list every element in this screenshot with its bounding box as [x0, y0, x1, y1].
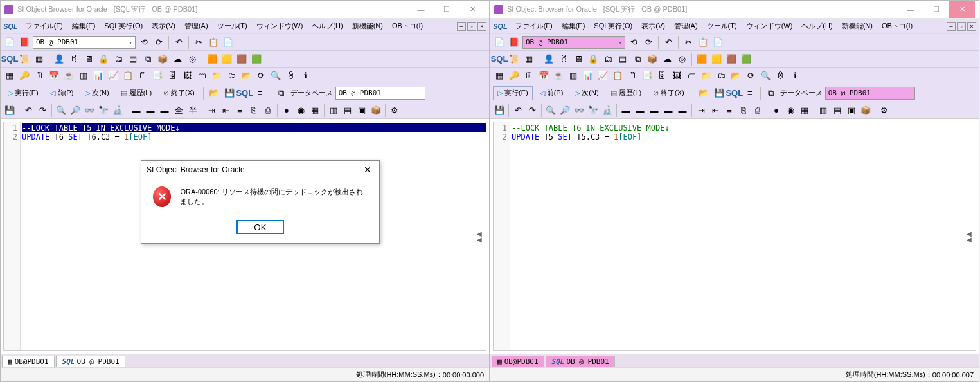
- t3-14[interactable]: 🗃: [685, 69, 698, 82]
- box4-icon[interactable]: 🟩: [740, 53, 753, 66]
- refresh-icon[interactable]: ⟲: [627, 36, 640, 49]
- folder-icon[interactable]: 🗂: [112, 53, 125, 66]
- lock-icon[interactable]: 🔒: [97, 53, 110, 66]
- t3-14[interactable]: 🗃: [195, 69, 208, 82]
- opt3-icon[interactable]: ▣: [845, 104, 858, 117]
- t3-17[interactable]: 📂: [729, 69, 742, 82]
- box1-icon[interactable]: 🟧: [206, 53, 218, 66]
- save2-icon[interactable]: 💾: [493, 104, 506, 117]
- brk-icon[interactable]: ●: [280, 104, 293, 117]
- undo2-icon[interactable]: ↶: [22, 104, 35, 117]
- blk3[interactable]: ▬: [648, 104, 661, 117]
- proc-icon[interactable]: ⧉: [631, 53, 644, 66]
- grid-icon[interactable]: ▦: [522, 53, 535, 66]
- refresh-icon[interactable]: ⟲: [138, 36, 150, 49]
- refresh2-icon[interactable]: ⟳: [152, 36, 165, 49]
- new-connection-icon[interactable]: 📄: [493, 36, 506, 49]
- next-button[interactable]: ▷次(N): [570, 86, 603, 100]
- box1-icon[interactable]: 🟧: [695, 53, 708, 66]
- menu-file[interactable]: ファイル(F): [22, 20, 67, 32]
- t3-6[interactable]: ▥: [77, 69, 90, 82]
- db-field[interactable]: OB @ PDB01: [335, 87, 425, 100]
- t3-15[interactable]: 📁: [210, 69, 223, 82]
- box2-icon[interactable]: 🟨: [710, 53, 723, 66]
- maximize-button[interactable]: ☐: [434, 1, 459, 18]
- t3-12[interactable]: 🗄: [655, 69, 668, 82]
- box4-icon[interactable]: 🟩: [250, 53, 263, 66]
- dialog-close-icon[interactable]: ✕: [361, 165, 374, 175]
- find4-icon[interactable]: 🔭: [587, 104, 600, 117]
- paste-icon[interactable]: 📄: [222, 36, 235, 49]
- blk1[interactable]: ▬: [619, 104, 632, 117]
- new-connection-icon[interactable]: 📄: [3, 36, 16, 49]
- fmt2-icon[interactable]: ⎘: [737, 104, 750, 117]
- t3-20[interactable]: 🛢: [774, 69, 787, 82]
- tree-icon[interactable]: ≡: [744, 87, 756, 100]
- t3-7[interactable]: 📊: [92, 69, 105, 82]
- pkg-icon[interactable]: 📦: [156, 53, 169, 66]
- table-icon[interactable]: ▤: [127, 53, 139, 66]
- disconnect-icon[interactable]: 📕: [18, 36, 31, 49]
- sql2-icon[interactable]: SQL: [238, 87, 251, 100]
- fmt1-icon[interactable]: ≡: [723, 104, 736, 117]
- table-icon[interactable]: ▤: [616, 53, 629, 66]
- blk2[interactable]: ▬: [634, 104, 646, 117]
- blk5[interactable]: 半: [186, 104, 199, 117]
- t3-9[interactable]: 📋: [121, 69, 134, 82]
- opt2-icon[interactable]: ▤: [831, 104, 844, 117]
- menu-edit[interactable]: 編集(E): [558, 20, 589, 32]
- layout-icon[interactable]: ⧉: [765, 87, 778, 100]
- menu-window[interactable]: ウィンドウ(W): [742, 20, 797, 32]
- blk2[interactable]: ▬: [144, 104, 157, 117]
- brk3-icon[interactable]: ▦: [308, 104, 321, 117]
- proc-icon[interactable]: ⧉: [141, 53, 154, 66]
- maximize-button[interactable]: ☐: [923, 1, 949, 18]
- t3-17[interactable]: 📂: [240, 69, 253, 82]
- undo-icon[interactable]: ↶: [662, 36, 675, 49]
- dialog-ok-button[interactable]: OK: [236, 220, 284, 234]
- t3-16[interactable]: 🗂: [225, 69, 238, 82]
- open-icon[interactable]: 📂: [208, 87, 220, 100]
- undo-icon[interactable]: ↶: [172, 36, 185, 49]
- menu-manage[interactable]: 管理(A): [670, 20, 702, 32]
- hist-button[interactable]: ▤履歴(L): [606, 86, 646, 100]
- titlebar[interactable]: SI Object Browser for Oracle - [SQL 実行 -…: [490, 1, 979, 19]
- db-icon[interactable]: 🛢: [557, 53, 570, 66]
- t3-19[interactable]: 🔍: [759, 69, 772, 82]
- blk4[interactable]: 全: [172, 104, 185, 117]
- indent-icon[interactable]: ⇥: [205, 104, 218, 117]
- mdi-min[interactable]: –: [947, 22, 956, 31]
- blk4[interactable]: ▬: [662, 104, 675, 117]
- minimize-button[interactable]: —: [898, 1, 923, 18]
- disconnect-icon[interactable]: 📕: [508, 36, 521, 49]
- script-icon[interactable]: 📜: [18, 53, 31, 66]
- brk-icon[interactable]: ●: [770, 104, 783, 117]
- t3-1[interactable]: ▦: [493, 69, 506, 82]
- dialog-titlebar[interactable]: SI Object Browser for Oracle ✕: [141, 161, 379, 179]
- menu-edit[interactable]: 編集(E): [68, 20, 100, 32]
- cloud-icon[interactable]: ☁: [661, 53, 673, 66]
- fmt3-icon[interactable]: ⎙: [751, 104, 764, 117]
- titlebar[interactable]: SI Object Browser for Oracle - [SQL 実行 -…: [1, 1, 489, 19]
- menu-view[interactable]: 表示(V): [637, 20, 669, 32]
- t3-18[interactable]: ⟳: [254, 69, 267, 82]
- save-icon[interactable]: 💾: [223, 87, 236, 100]
- tab-sql[interactable]: SQLOB @ PDB01: [56, 356, 125, 367]
- layout-icon[interactable]: ⧉: [275, 87, 288, 100]
- sql-icon[interactable]: SQL: [493, 53, 506, 66]
- outdent-icon[interactable]: ⇤: [219, 104, 232, 117]
- opt4-icon[interactable]: 📦: [370, 104, 382, 117]
- sql2-icon[interactable]: SQL: [728, 87, 741, 100]
- mdi-min[interactable]: –: [457, 22, 466, 31]
- t3-4[interactable]: 📅: [48, 69, 60, 82]
- t3-2[interactable]: 🔑: [508, 69, 521, 82]
- menu-help[interactable]: ヘルプ(H): [308, 20, 346, 32]
- find-icon[interactable]: 🔍: [544, 104, 557, 117]
- folder-icon[interactable]: 🗂: [601, 53, 614, 66]
- save2-icon[interactable]: 💾: [3, 104, 16, 117]
- find2-icon[interactable]: 🔎: [558, 104, 571, 117]
- misc-icon[interactable]: ◎: [675, 53, 688, 66]
- mdi-close[interactable]: ×: [477, 22, 486, 31]
- copy-icon[interactable]: 📋: [697, 36, 709, 49]
- close-button[interactable]: ✕: [459, 1, 485, 18]
